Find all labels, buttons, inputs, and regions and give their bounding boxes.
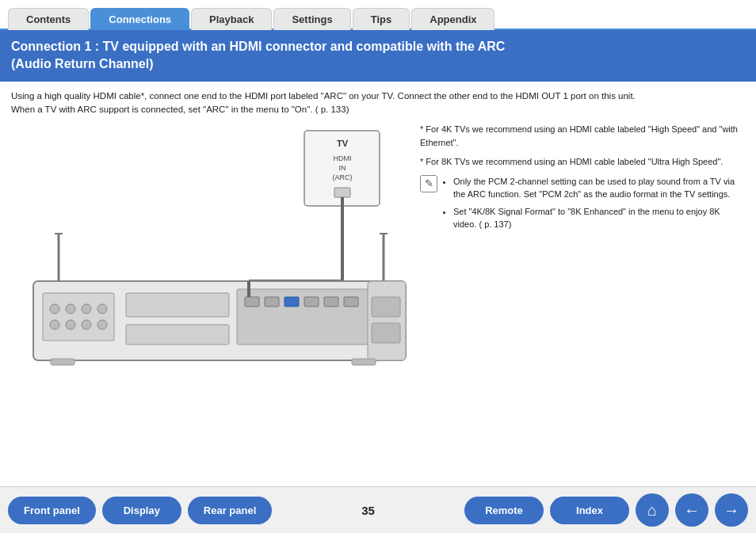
home-icon: ⌂ xyxy=(647,501,657,520)
svg-text:IN: IN xyxy=(339,164,346,172)
svg-text:HDMI: HDMI xyxy=(334,154,352,162)
svg-rect-22 xyxy=(126,293,229,317)
tab-tips[interactable]: Tips xyxy=(353,8,410,30)
bullet-note-2: Set "4K/8K Signal Format" to "8K Enhance… xyxy=(453,205,745,231)
tab-appendix[interactable]: Appendix xyxy=(411,8,494,30)
svg-rect-30 xyxy=(344,297,358,306)
page-title: Connection 1 : TV equipped with an HDMI … xyxy=(0,30,756,82)
rear-panel-button[interactable]: Rear panel xyxy=(188,497,272,524)
note-pencil-section: ✎ Only the PCM 2-channel setting can be … xyxy=(420,175,745,235)
bullet-notes: Only the PCM 2-channel setting can be us… xyxy=(442,175,745,235)
main-content: Using a high quality HDMI cable*, connec… xyxy=(0,82,756,379)
forward-arrow-icon: → xyxy=(724,501,739,520)
remote-button[interactable]: Remote xyxy=(464,497,544,524)
note-8k: * For 8K TVs we recommend using an HDMI … xyxy=(420,155,745,169)
svg-rect-23 xyxy=(126,325,229,345)
display-button[interactable]: Display xyxy=(102,497,181,524)
bottom-nav: Front panel Display Rear panel 35 Remote… xyxy=(0,486,756,533)
svg-text:TV: TV xyxy=(337,139,349,148)
index-button[interactable]: Index xyxy=(550,497,629,524)
svg-rect-31 xyxy=(368,281,406,360)
svg-rect-5 xyxy=(334,188,350,197)
tab-settings[interactable]: Settings xyxy=(273,8,350,30)
svg-text:(ARC): (ARC) xyxy=(333,173,353,181)
back-arrow-icon: ← xyxy=(684,501,700,520)
bullet-note-1: Only the PCM 2-channel setting can be us… xyxy=(453,175,745,201)
svg-rect-32 xyxy=(372,297,400,317)
svg-point-18 xyxy=(50,320,59,329)
svg-rect-26 xyxy=(265,297,279,306)
svg-point-20 xyxy=(82,320,91,329)
svg-rect-36 xyxy=(352,359,376,365)
back-button[interactable]: ← xyxy=(675,493,708,527)
svg-point-21 xyxy=(97,320,107,329)
front-panel-button[interactable]: Front panel xyxy=(8,497,96,524)
page-number: 35 xyxy=(283,504,453,517)
svg-point-17 xyxy=(97,304,107,314)
forward-button[interactable]: → xyxy=(715,493,748,527)
svg-rect-33 xyxy=(372,323,400,343)
svg-rect-13 xyxy=(43,293,114,341)
svg-point-14 xyxy=(50,304,59,314)
svg-rect-29 xyxy=(324,297,338,306)
svg-rect-27 xyxy=(284,297,299,306)
svg-rect-28 xyxy=(304,297,319,306)
tab-connections[interactable]: Connections xyxy=(90,8,189,30)
diagram-area: TV HDMI IN (ARC) xyxy=(11,123,745,371)
svg-point-16 xyxy=(82,304,91,314)
tab-playback[interactable]: Playback xyxy=(191,8,272,30)
home-button[interactable]: ⌂ xyxy=(636,493,669,527)
nav-tabs: Contents Connections Playback Settings T… xyxy=(0,0,756,30)
svg-rect-25 xyxy=(245,297,259,306)
note-4k: * For 4K TVs we recommend using an HDMI … xyxy=(420,123,745,149)
intro-text: Using a high quality HDMI cable*, connec… xyxy=(11,89,745,117)
svg-point-19 xyxy=(66,320,75,329)
svg-rect-35 xyxy=(51,359,74,365)
tab-contents[interactable]: Contents xyxy=(8,8,89,30)
svg-point-15 xyxy=(66,304,75,314)
connection-diagram: TV HDMI IN (ARC) xyxy=(11,123,407,371)
pencil-icon: ✎ xyxy=(420,175,437,192)
notes-panel: * For 4K TVs we recommend using an HDMI … xyxy=(420,123,745,235)
